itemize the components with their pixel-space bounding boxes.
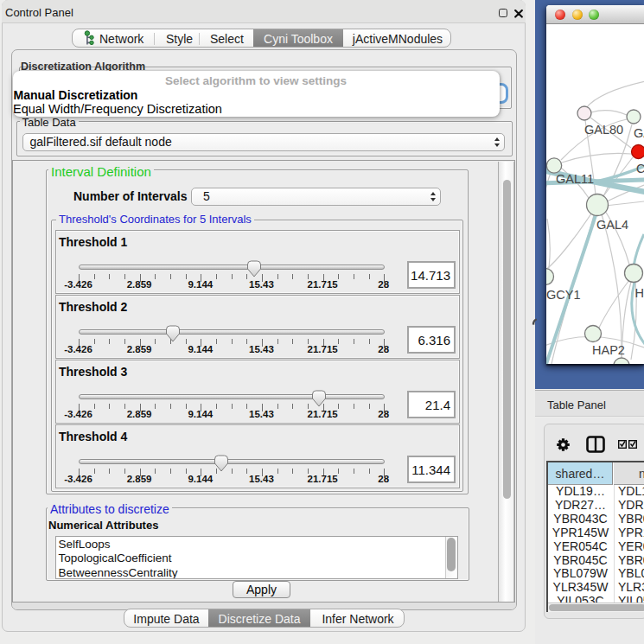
svg-text:GAL4: GAL4 — [596, 218, 628, 232]
svg-text:GCY1: GCY1 — [546, 288, 581, 302]
svg-text:GAL80: GAL80 — [584, 123, 623, 137]
svg-text:GAL3: GAL3 — [634, 126, 644, 140]
svg-text:CY: CY — [636, 162, 644, 175]
svg-text:HAP2: HAP2 — [592, 343, 625, 357]
svg-text:H: H — [635, 286, 644, 300]
svg-text:GAL11: GAL11 — [556, 172, 594, 186]
